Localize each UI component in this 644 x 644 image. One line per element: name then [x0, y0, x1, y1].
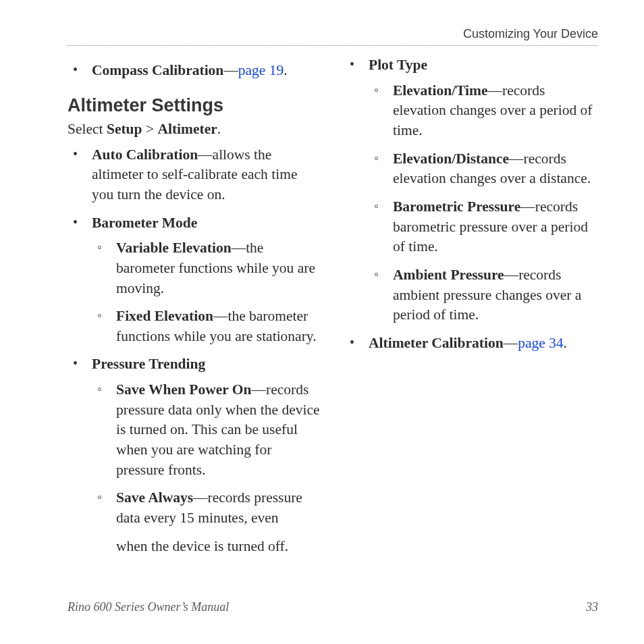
manual-page: Customizing Your Device Compass Calibrat… [0, 0, 644, 644]
sub-label: Elevation/Time [393, 82, 488, 99]
item-label: Pressure Trending [92, 356, 205, 372]
sub-label: Ambient Pressure [393, 267, 504, 283]
step-setup: Setup [107, 121, 142, 137]
sub-label: Save Always [116, 489, 193, 506]
item-auto-calibration: Auto Calibration—allows the altimeter to… [68, 145, 321, 205]
lead: Select [68, 121, 107, 137]
dash: — [251, 381, 266, 398]
end: . [217, 121, 221, 137]
item-altimeter-calibration: Altimeter Calibration—page 34. [344, 333, 598, 354]
top-list: Compass Calibration—page 19. [68, 61, 321, 81]
dash: — [223, 62, 238, 78]
altimeter-list: Auto Calibration—allows the altimeter to… [68, 145, 321, 529]
subitem-fixed-elevation: Fixed Elevation—the barometer functions … [92, 306, 321, 346]
altimeter-list-continued: Plot Type Elevation/Time—records elevati… [344, 55, 598, 354]
item-label: Barometer Mode [92, 215, 197, 231]
subitem-elevation-time: Elevation/Time—records elevation changes… [369, 81, 598, 141]
content-columns: Compass Calibration—page 19. Altimeter S… [68, 55, 598, 582]
item-plot-type: Plot Type Elevation/Time—records elevati… [344, 55, 598, 325]
subitem-elevation-distance: Elevation/Distance—records elevation cha… [369, 149, 598, 189]
subitem-barometric-pressure: Barometric Pressure—records barometric p… [369, 197, 598, 257]
select-path: Select Setup > Altimeter. [68, 119, 321, 140]
item-pressure-trending: Pressure Trending Save When Power On—rec… [68, 354, 321, 528]
step-altimeter: Altimeter [157, 121, 217, 137]
item-label: Auto Calibration [92, 146, 198, 163]
plot-type-sub: Elevation/Time—records elevation changes… [369, 81, 598, 325]
sub-label: Variable Elevation [116, 240, 232, 256]
sub-label: Save When Power On [116, 381, 251, 398]
pressure-trending-sub: Save When Power On—records pressure data… [92, 380, 321, 529]
item-label: Altimeter Calibration [369, 335, 504, 351]
sub-label: Barometric Pressure [393, 198, 520, 215]
subitem-save-when-power-on: Save When Power On—records pressure data… [92, 380, 321, 480]
sep: > [142, 121, 158, 137]
item-label: Plot Type [369, 57, 427, 73]
page-number: 33 [586, 600, 598, 614]
trail: . [564, 335, 567, 351]
running-header: Customizing Your Device [68, 27, 598, 45]
item-label: Compass Calibration [92, 62, 223, 78]
subitem-variable-elevation: Variable Elevation—the barometer functio… [92, 238, 321, 298]
page-footer: Rino 600 Series Owner’s Manual 33 [68, 600, 598, 614]
trail: . [284, 62, 287, 78]
xref-page-34[interactable]: page 34 [518, 335, 563, 351]
barometer-mode-sub: Variable Elevation—the barometer functio… [92, 238, 321, 346]
subitem-ambient-pressure: Ambient Pressure—records ambient pressur… [369, 265, 598, 325]
item-barometer-mode: Barometer Mode Variable Elevation—the ba… [68, 213, 321, 347]
item-compass-calibration: Compass Calibration—page 19. [68, 61, 321, 81]
section-heading-altimeter: Altimeter Settings [68, 93, 321, 118]
manual-title: Rino 600 Series Owner’s Manual [68, 600, 229, 614]
subitem-save-always-continued: when the device is turned off. [68, 537, 321, 557]
subitem-save-always: Save Always—records pressure data every … [92, 488, 321, 528]
dash: — [504, 335, 518, 351]
header-rule [68, 45, 598, 46]
sub-label: Elevation/Distance [393, 151, 509, 167]
sub-label: Fixed Elevation [116, 308, 213, 324]
xref-page-19[interactable]: page 19 [238, 62, 284, 78]
